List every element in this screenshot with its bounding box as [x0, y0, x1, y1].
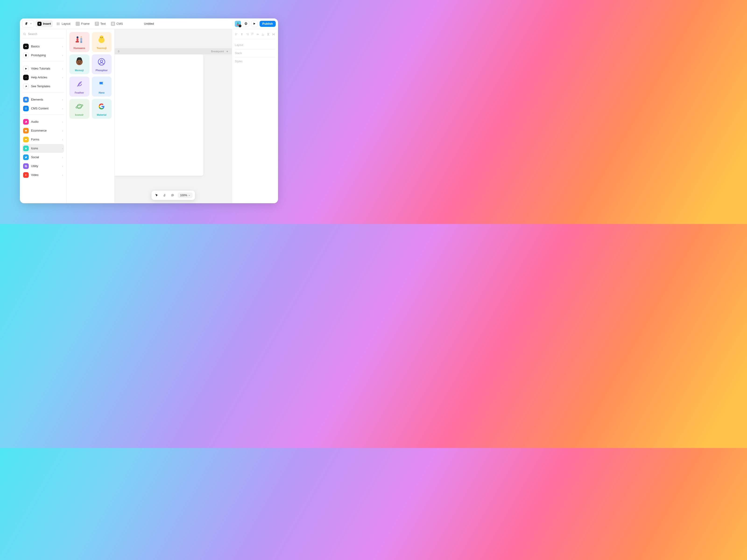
breakpoint-label: Breakpoint — [211, 50, 224, 53]
svg-rect-17 — [25, 165, 26, 167]
panel-stack[interactable]: Stack — [235, 49, 275, 57]
canvas[interactable]: 0 Breakpoint 100% — [114, 29, 232, 203]
search-icon — [23, 33, 26, 36]
distribute-h-button[interactable] — [272, 32, 275, 36]
chevron-right-icon: › — [62, 76, 63, 79]
insert-label: Insert — [43, 22, 51, 25]
checkbox-icon — [23, 97, 29, 102]
align-center-h-button[interactable] — [240, 32, 244, 36]
nav-elements[interactable]: Elements › — [22, 95, 64, 104]
frame-button[interactable]: Frame — [74, 20, 92, 27]
nav-label: Audio — [31, 120, 38, 124]
pack-phosphor[interactable]: Phosphor — [92, 54, 112, 75]
zoom-control[interactable]: 100% — [178, 192, 192, 198]
twitter-icon — [23, 155, 29, 160]
svg-rect-6 — [25, 54, 27, 56]
chevron-right-icon: › — [62, 174, 63, 177]
insert-button[interactable]: Insert — [35, 20, 53, 27]
nav-label: Elements — [31, 98, 43, 101]
svg-point-27 — [102, 37, 103, 38]
play-icon — [253, 22, 256, 25]
svg-point-11 — [25, 122, 26, 123]
text-label: Text — [100, 22, 106, 25]
chevron-right-icon: › — [62, 54, 63, 57]
nav-video[interactable]: Video › — [22, 170, 64, 180]
svg-point-2 — [112, 23, 114, 23]
music-icon — [23, 119, 29, 125]
document-title[interactable]: Untitled — [144, 22, 154, 25]
nav-prototyping[interactable]: Prototyping › — [22, 51, 64, 60]
comment-tool[interactable] — [170, 192, 175, 198]
nav-label: Social — [31, 156, 39, 159]
canvas-toolbar: 100% — [152, 191, 195, 200]
pack-label: Feather — [75, 91, 84, 94]
pack-label: Humaans — [74, 47, 85, 50]
chevron-right-icon: › — [62, 156, 63, 159]
nav-label: Help Articles — [31, 76, 47, 79]
chevron-down-icon — [30, 23, 32, 25]
nav-see-templates[interactable]: See Templates — [22, 82, 64, 91]
add-breakpoint-button[interactable] — [225, 50, 229, 53]
nav-label: Icons — [31, 147, 38, 150]
artboard[interactable] — [114, 54, 203, 176]
user-avatar[interactable] — [235, 21, 241, 27]
pack-humaans[interactable]: Humaans — [69, 32, 89, 52]
breakpoint-bar[interactable]: 0 Breakpoint — [114, 48, 232, 54]
nav-help-articles[interactable]: i Help Articles › — [22, 73, 64, 82]
plus-icon — [37, 22, 42, 26]
svg-point-4 — [246, 23, 247, 24]
chevron-right-icon: › — [62, 121, 63, 123]
copy-icon — [23, 163, 29, 169]
pack-iconoir[interactable]: Iconoir — [69, 99, 89, 119]
panel-layout[interactable]: Layout — [235, 41, 275, 49]
align-center-v-button[interactable] — [256, 32, 260, 36]
form-icon — [23, 137, 29, 142]
text-icon: T — [95, 22, 99, 26]
hand-tool[interactable] — [162, 192, 168, 198]
flag-icon — [96, 79, 107, 89]
nav-icons[interactable]: Icons › — [22, 144, 64, 153]
nav-utility[interactable]: Utility › — [22, 162, 64, 170]
pack-label: Twemoji — [97, 47, 107, 50]
svg-point-33 — [98, 59, 105, 65]
svg-point-31 — [78, 61, 79, 62]
nav-section-content: Elements › CMS Content › — [22, 94, 64, 114]
align-left-button[interactable] — [235, 32, 238, 36]
preview-button[interactable] — [251, 21, 258, 27]
nav-basics[interactable]: Basics › — [22, 42, 64, 51]
align-top-button[interactable] — [251, 32, 254, 36]
nav-forms[interactable]: Forms › — [22, 135, 64, 144]
layout-button[interactable]: Layout — [54, 20, 72, 27]
cursor-tool[interactable] — [154, 192, 159, 198]
text-button[interactable]: T Text — [93, 20, 108, 27]
nav-video-tutorials[interactable]: Video Tutorials › — [22, 64, 64, 73]
frame-label: Frame — [81, 22, 89, 25]
app-menu-button[interactable] — [22, 20, 34, 28]
nav-label: Video Tutorials — [31, 67, 50, 70]
align-bottom-button[interactable] — [261, 32, 265, 36]
pack-twemoji[interactable]: Twemoji — [92, 32, 112, 52]
arrow-up-right-icon — [23, 83, 29, 89]
breakpoint-value: 0 — [118, 50, 119, 53]
user-circle-icon — [96, 57, 107, 67]
svg-rect-23 — [80, 41, 82, 43]
database-icon — [111, 22, 115, 26]
nav-ecommerce[interactable]: Ecommerce › — [22, 126, 64, 135]
nav-cms-content[interactable]: CMS Content › — [22, 104, 64, 113]
align-right-button[interactable] — [246, 32, 249, 36]
panel-styles[interactable]: Styles — [235, 57, 275, 65]
nav-audio[interactable]: Audio › — [22, 117, 64, 126]
settings-button[interactable] — [243, 21, 249, 27]
nav-social[interactable]: Social › — [22, 153, 64, 162]
cms-button[interactable]: CMS — [109, 20, 125, 27]
pack-hero[interactable]: Hero — [92, 77, 112, 97]
publish-button[interactable]: Publish — [260, 21, 276, 27]
chevron-right-icon: › — [62, 107, 63, 110]
distribute-v-button[interactable] — [266, 32, 270, 36]
pack-memoji[interactable]: Memoji — [69, 54, 89, 75]
pack-label: Phosphor — [96, 69, 108, 72]
pack-material[interactable]: Material — [92, 99, 112, 119]
search-input[interactable]: Search — [22, 31, 64, 38]
pack-feather[interactable]: Feather — [69, 77, 89, 97]
plus-square-icon — [23, 44, 29, 49]
